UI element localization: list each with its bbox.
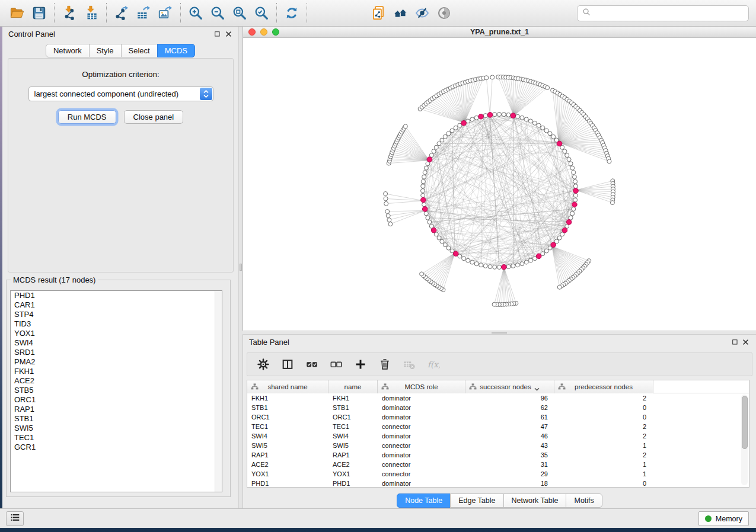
tab-mcds[interactable]: MCDS bbox=[157, 44, 195, 57]
columns-icon[interactable] bbox=[280, 357, 295, 371]
table-cell: dominator bbox=[378, 479, 465, 488]
table-cell: dominator bbox=[378, 431, 465, 441]
mcds-result-item[interactable]: STP4 bbox=[11, 310, 222, 319]
table-toolbar: f(x) bbox=[247, 352, 752, 376]
column-header-successor-nodes[interactable]: successor nodes bbox=[465, 380, 554, 393]
mcds-result-item[interactable]: SWI5 bbox=[11, 424, 222, 433]
tab-motifs[interactable]: Motifs bbox=[566, 493, 602, 508]
mcds-result-item[interactable]: ORC1 bbox=[11, 395, 222, 405]
column-label: name bbox=[344, 383, 362, 390]
tab-network-table[interactable]: Network Table bbox=[503, 493, 567, 508]
column-header-name[interactable]: name bbox=[328, 380, 378, 393]
table-cell: dominator bbox=[378, 412, 465, 422]
mcds-result-item[interactable]: FKH1 bbox=[11, 367, 222, 376]
zoom-fit-icon[interactable] bbox=[231, 4, 248, 23]
table-cell: RAP1 bbox=[247, 450, 328, 460]
table-cell: connector bbox=[378, 460, 465, 469]
table-cell: FKH1 bbox=[247, 393, 328, 403]
mcds-panel: Optimization criterion: largest connecte… bbox=[8, 58, 234, 273]
table-row[interactable]: ACE2ACE2connector311 bbox=[247, 460, 749, 469]
mcds-result-item[interactable]: TEC1 bbox=[11, 433, 222, 443]
export-network-icon[interactable] bbox=[113, 4, 130, 23]
column-label: successor nodes bbox=[480, 383, 531, 390]
import-table-icon[interactable] bbox=[82, 4, 100, 23]
mcds-result-item[interactable]: RAP1 bbox=[11, 405, 222, 414]
birdseye-view-icon[interactable] bbox=[435, 4, 453, 23]
tab-network[interactable]: Network bbox=[46, 44, 90, 57]
float-icon[interactable] bbox=[731, 338, 739, 347]
table-row[interactable]: SWI5SWI5connector431 bbox=[247, 441, 749, 450]
sitemap-icon bbox=[251, 383, 259, 390]
save-icon[interactable] bbox=[30, 4, 48, 23]
horizontal-splitter[interactable] bbox=[243, 331, 756, 335]
column-header-shared-name[interactable]: shared name bbox=[247, 380, 328, 393]
delete-icon[interactable] bbox=[378, 357, 392, 371]
search-input[interactable] bbox=[595, 8, 744, 18]
tab-edge-table[interactable]: Edge Table bbox=[450, 493, 503, 508]
table-row[interactable]: FKH1FKH1dominator962 bbox=[247, 393, 749, 403]
table-row[interactable]: STB1STB1dominator620 bbox=[247, 403, 749, 412]
tab-select[interactable]: Select bbox=[121, 44, 158, 57]
result-scrollbar-track[interactable] bbox=[215, 291, 222, 492]
deselect-all-icon[interactable] bbox=[329, 357, 343, 371]
table-cell: STB1 bbox=[247, 403, 328, 412]
table-row[interactable]: RAP1RAP1dominator352 bbox=[247, 450, 749, 460]
column-header-predecessor-nodes[interactable]: predecessor nodes bbox=[554, 380, 653, 393]
import-network-icon[interactable] bbox=[60, 4, 78, 23]
control-panel-tabs: NetworkStyleSelectMCDS bbox=[2, 44, 238, 57]
table-cell: YOX1 bbox=[247, 469, 328, 479]
export-table-icon[interactable] bbox=[135, 4, 152, 23]
mcds-result-item[interactable]: ACE2 bbox=[11, 376, 222, 386]
close-icon[interactable] bbox=[741, 338, 750, 347]
float-icon[interactable] bbox=[213, 30, 222, 39]
zoom-in-icon[interactable] bbox=[187, 4, 205, 23]
svg-text:f(x): f(x) bbox=[428, 360, 440, 369]
mcds-result-item[interactable]: SRD1 bbox=[11, 348, 222, 357]
mcds-result-item[interactable]: PHD1 bbox=[11, 291, 222, 300]
close-icon[interactable] bbox=[224, 30, 233, 39]
table-scrollbar-thumb[interactable] bbox=[742, 396, 748, 449]
mcds-result-item[interactable]: CAR1 bbox=[11, 300, 222, 310]
memory-status-icon bbox=[705, 515, 712, 522]
select-all-icon[interactable] bbox=[305, 357, 319, 371]
new-network-from-selection-icon[interactable] bbox=[369, 4, 387, 23]
network-canvas[interactable] bbox=[243, 38, 756, 331]
table-scrollbar-track[interactable] bbox=[741, 395, 748, 485]
export-image-icon[interactable] bbox=[157, 4, 174, 23]
table-cell: connector bbox=[378, 422, 465, 431]
mcds-result-item[interactable]: STB1 bbox=[11, 414, 222, 424]
table-panel-title: Table Panel bbox=[249, 338, 289, 347]
column-header-MCDS-role[interactable]: MCDS role bbox=[378, 380, 465, 393]
open-icon[interactable] bbox=[8, 4, 26, 23]
add-icon[interactable] bbox=[353, 357, 368, 371]
panel-list-button[interactable] bbox=[6, 511, 24, 526]
close-panel-button[interactable]: Close panel bbox=[124, 110, 184, 124]
mcds-result-item[interactable]: YOX1 bbox=[11, 329, 222, 338]
memory-button[interactable]: Memory bbox=[698, 511, 749, 526]
tab-style[interactable]: Style bbox=[89, 44, 122, 57]
hide-graphics-icon[interactable] bbox=[413, 4, 431, 23]
mcds-result-item[interactable]: STB5 bbox=[11, 386, 222, 395]
toolbar-groups bbox=[2, 3, 459, 23]
search-icon bbox=[582, 7, 592, 20]
table-cell: 1 bbox=[554, 469, 653, 479]
mcds-result-item[interactable]: TID3 bbox=[11, 319, 222, 329]
run-mcds-button[interactable]: Run MCDS bbox=[58, 110, 116, 124]
table-row[interactable]: PHD1PHD1dominator180 bbox=[247, 479, 749, 488]
network-overview-icon[interactable] bbox=[391, 4, 409, 23]
table-row[interactable]: YOX1YOX1connector291 bbox=[247, 469, 749, 479]
zoom-out-icon[interactable] bbox=[209, 4, 227, 23]
table-row[interactable]: ORC1ORC1dominator610 bbox=[247, 412, 749, 422]
tab-node-table[interactable]: Node Table bbox=[397, 493, 451, 508]
table-row[interactable]: TEC1TEC1connector472 bbox=[247, 422, 749, 431]
gear-icon[interactable] bbox=[256, 357, 270, 371]
table-cell: dominator bbox=[378, 393, 465, 403]
criterion-dropdown[interactable]: largest connected component (undirected) bbox=[28, 86, 213, 101]
search-box[interactable] bbox=[577, 5, 749, 21]
zoom-selected-icon[interactable] bbox=[253, 4, 270, 23]
refresh-icon[interactable] bbox=[283, 4, 301, 23]
mcds-result-item[interactable]: GCR1 bbox=[11, 443, 222, 452]
table-row[interactable]: SWI4SWI4dominator462 bbox=[247, 431, 749, 441]
mcds-result-item[interactable]: PMA2 bbox=[11, 357, 222, 367]
mcds-result-item[interactable]: SWI4 bbox=[11, 338, 222, 348]
